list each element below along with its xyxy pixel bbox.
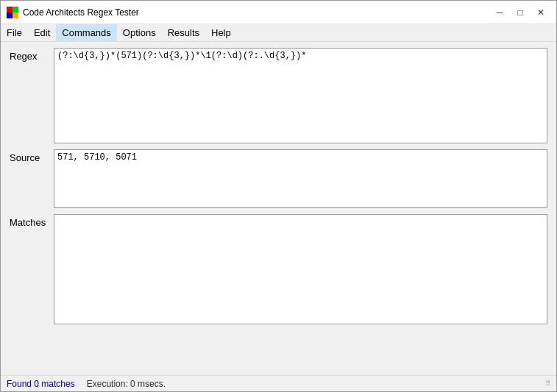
status-bar: Found 0 matches Execution: 0 msecs. ⠿ — [1, 375, 556, 391]
regex-row: Regex — [10, 48, 547, 143]
menu-results[interactable]: Results — [162, 24, 205, 41]
source-row: Source — [10, 149, 547, 208]
regex-label: Regex — [10, 48, 54, 62]
source-label: Source — [10, 149, 54, 163]
app-icon — [7, 7, 18, 18]
menu-bar: File Edit Commands Options Results Help — [1, 24, 556, 42]
title-bar-left: Code Architects Regex Tester — [7, 7, 139, 18]
menu-commands[interactable]: Commands — [56, 24, 116, 41]
menu-help[interactable]: Help — [205, 24, 237, 41]
window-title: Code Architects Regex Tester — [23, 7, 139, 18]
matches-input[interactable] — [54, 214, 547, 324]
app-window: Code Architects Regex Tester ─ □ ✕ File … — [0, 0, 557, 392]
menu-edit[interactable]: Edit — [28, 24, 56, 41]
close-button[interactable]: ✕ — [531, 5, 550, 20]
menu-options[interactable]: Options — [117, 24, 162, 41]
matches-row: Matches — [10, 214, 547, 369]
window-controls: ─ □ ✕ — [490, 5, 550, 20]
svg-rect-0 — [7, 7, 13, 13]
maximize-button[interactable]: □ — [511, 5, 530, 20]
matches-label: Matches — [10, 214, 54, 228]
menu-file[interactable]: File — [1, 24, 28, 41]
regex-input[interactable] — [54, 48, 547, 143]
status-corner: ⠿ — [545, 379, 550, 388]
found-matches-text: Found 0 matches — [7, 379, 75, 389]
main-content: Regex Source Matches — [1, 42, 556, 375]
source-input[interactable] — [54, 149, 547, 208]
svg-rect-1 — [13, 7, 18, 13]
svg-rect-3 — [13, 13, 18, 18]
title-bar: Code Architects Regex Tester ─ □ ✕ — [1, 1, 556, 24]
svg-rect-2 — [7, 13, 13, 18]
minimize-button[interactable]: ─ — [490, 5, 509, 20]
execution-time-text: Execution: 0 msecs. — [87, 379, 166, 389]
